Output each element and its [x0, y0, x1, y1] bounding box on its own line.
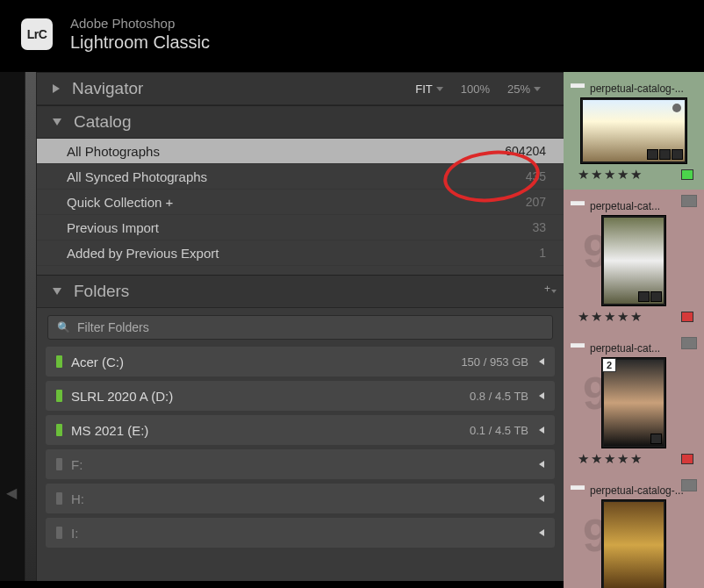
collapse-left-panel-icon[interactable]: ◀ [6, 484, 17, 501]
flag-icon[interactable]: ▬ [571, 335, 585, 351]
color-label-chip[interactable] [681, 454, 693, 464]
thumb-badge-icon [672, 149, 683, 160]
chevron-left-icon [539, 461, 544, 468]
volume-status-icon [56, 424, 62, 436]
catalog-row-label: Added by Previous Export [67, 246, 539, 261]
catalog-row-label: All Photographs [67, 144, 505, 159]
volume-name: SLRL 2020 A (D:) [71, 389, 470, 404]
chevron-left-icon [539, 358, 544, 365]
thumb-badge-icon [638, 291, 650, 302]
volume-name: F: [71, 457, 539, 472]
volume-status-icon [56, 492, 62, 505]
star-icon[interactable]: ★ [617, 451, 629, 467]
app-logo: LrC [21, 18, 53, 50]
stack-icon[interactable] [681, 195, 697, 207]
volume-row[interactable]: F: [46, 449, 555, 479]
volume-name: MS 2021 (E:) [71, 423, 470, 438]
thumbnail-cell[interactable]: ▬perpetual-catalog-...★★★★★ [564, 72, 704, 190]
catalog-row[interactable]: Previous Import33 [37, 215, 564, 240]
star-icon[interactable]: ★ [578, 167, 589, 183]
filter-folders-input[interactable]: 🔍 Filter Folders [47, 315, 553, 340]
volume-name: H: [71, 491, 539, 506]
star-icon[interactable]: ★ [630, 167, 642, 183]
navigator-title: Navigator [72, 79, 408, 98]
thumb-badge-icon [647, 149, 658, 160]
flag-icon[interactable]: ▬ [571, 193, 585, 209]
stack-count-badge: 2 [602, 358, 616, 372]
chevron-left-icon [539, 392, 544, 399]
star-icon[interactable]: ★ [578, 309, 589, 325]
volume-row[interactable]: Acer (C:)150 / 953 GB [46, 347, 555, 376]
catalog-row[interactable]: All Photographs604204 [37, 139, 564, 164]
search-icon: 🔍 [57, 321, 70, 333]
volume-status-icon [56, 527, 62, 539]
rating-row: ★★★★★ [574, 167, 693, 183]
thumbnail-image[interactable]: 2 [602, 358, 665, 448]
zoom-25-button[interactable]: 25% [500, 81, 548, 97]
star-icon[interactable]: ★ [604, 309, 615, 325]
thumb-filename: perpetual-catalog-... [590, 484, 693, 497]
flag-icon[interactable]: ▬ [571, 75, 585, 91]
volume-row[interactable]: I: [46, 518, 555, 548]
volume-name: Acer (C:) [71, 355, 461, 369]
color-label-chip[interactable] [681, 169, 693, 180]
thumbnail-image[interactable] [602, 216, 665, 305]
thumb-filename: perpetual-cat... [590, 200, 693, 212]
zoom-100-label: 100% [461, 82, 490, 96]
thumb-badge-icon [659, 149, 671, 160]
zoom-fit-button[interactable]: FIT [408, 81, 450, 97]
star-icon[interactable]: ★ [591, 309, 602, 325]
catalog-row-count: 1 [539, 246, 546, 260]
stack-icon[interactable] [681, 479, 697, 491]
add-folder-button[interactable] [546, 288, 553, 295]
star-icon[interactable]: ★ [630, 451, 642, 467]
volume-status-icon [56, 458, 62, 470]
filter-folders-placeholder: Filter Folders [77, 320, 149, 334]
chevron-left-icon [539, 427, 544, 434]
thumbnail-image[interactable] [602, 500, 665, 588]
chevron-left-icon [539, 495, 544, 502]
folders-disclosure-icon[interactable] [53, 288, 61, 295]
catalog-row[interactable]: All Synced Photographs435 [37, 164, 564, 190]
thumbnail-image[interactable] [581, 98, 686, 163]
star-icon[interactable]: ★ [591, 167, 602, 183]
catalog-disclosure-icon[interactable] [53, 118, 61, 125]
volume-row[interactable]: SLRL 2020 A (D:)0.8 / 4.5 TB [46, 381, 555, 411]
catalog-row-label: Quick Collection + [67, 195, 526, 210]
star-icon[interactable]: ★ [604, 167, 615, 183]
app-name-label: Lightroom Classic [70, 32, 210, 53]
star-icon[interactable]: ★ [630, 309, 642, 325]
thumbnail-cell[interactable]: ▬989perpetual-cat...★★★★★ [564, 190, 704, 332]
star-icon[interactable]: ★ [617, 167, 629, 183]
folders-panel-header[interactable]: Folders [37, 275, 564, 308]
sync-status-icon [672, 104, 681, 112]
volume-size: 0.8 / 4.5 TB [470, 390, 528, 403]
catalog-row-label: Previous Import [67, 220, 532, 235]
star-icon[interactable]: ★ [591, 451, 602, 467]
folders-title: Folders [74, 282, 546, 301]
star-icon[interactable]: ★ [617, 309, 629, 325]
zoom-100-button[interactable]: 100% [454, 81, 497, 97]
thumb-filename: perpetual-cat... [590, 342, 693, 355]
catalog-panel-header[interactable]: Catalog [37, 105, 564, 139]
star-icon[interactable]: ★ [604, 451, 615, 467]
flag-icon[interactable]: ▬ [571, 477, 585, 493]
rating-row: ★★★★★ [574, 451, 693, 467]
volume-status-icon [56, 390, 62, 402]
star-icon[interactable]: ★ [578, 451, 589, 467]
thumbnail-cell[interactable]: ▬990perpetual-cat...2★★★★★ [564, 332, 704, 474]
catalog-row[interactable]: Added by Previous Export1 [37, 240, 564, 266]
volume-row[interactable]: H: [46, 484, 555, 513]
catalog-row-count: 604204 [505, 144, 546, 158]
volume-row[interactable]: MS 2021 (E:)0.1 / 4.5 TB [46, 415, 555, 445]
catalog-title: Catalog [74, 112, 548, 132]
color-label-chip[interactable] [681, 312, 693, 322]
navigator-disclosure-icon[interactable] [53, 84, 60, 93]
thumb-badge-icon [650, 291, 662, 302]
thumbnail-cell[interactable]: ▬991perpetual-catalog-...★★★★★ [564, 474, 704, 588]
stack-icon[interactable] [681, 337, 697, 349]
zoom-25-label: 25% [507, 82, 530, 96]
catalog-row[interactable]: Quick Collection +207 [37, 190, 564, 215]
catalog-row-count: 435 [526, 169, 546, 183]
navigator-panel-header[interactable]: Navigator FIT 100% 25% [37, 72, 564, 105]
